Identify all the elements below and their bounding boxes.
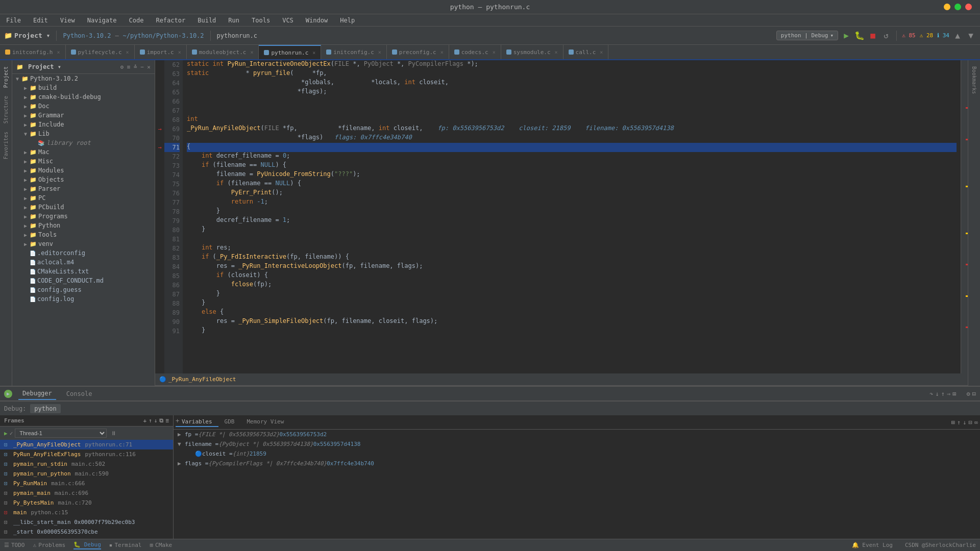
frame-item-6[interactable]: ⊡ Py_BytesMain main.c:720 <box>0 498 173 508</box>
menu-file[interactable]: File <box>4 16 23 25</box>
frames-copy-icon[interactable]: ⧉ <box>159 417 163 424</box>
tree-item-objects[interactable]: ▶ 📁 Objects <box>12 175 155 184</box>
tree-item-grammar[interactable]: ▶ 📁 Grammar <box>12 111 155 120</box>
arrow-down-button[interactable]: ▼ <box>966 31 976 41</box>
tree-item-editorconfig[interactable]: 📄 .editorconfig <box>12 248 155 258</box>
arrow-up-button[interactable]: ▲ <box>952 31 963 41</box>
thread-selector[interactable]: Thread-1 <box>15 429 107 438</box>
stop-button[interactable]: ■ <box>868 31 878 41</box>
frames-expand-icon[interactable]: ≡ <box>165 417 169 424</box>
debug-status[interactable]: 🐛 Debug <box>74 541 101 549</box>
console-tab[interactable]: Console <box>62 388 96 399</box>
tree-item-python[interactable]: ▶ 📁 Python <box>12 221 155 230</box>
menu-build[interactable]: Build <box>195 16 218 25</box>
tree-item-parser[interactable]: ▶ 📁 Parser <box>12 184 155 193</box>
tree-item-build[interactable]: ▶ 📁 build <box>12 83 155 92</box>
tree-item-tools[interactable]: ▶ 📁 Tools <box>12 230 155 239</box>
frames-add-icon[interactable]: + <box>143 417 147 424</box>
expand-fp-icon[interactable]: ▶ <box>178 431 185 438</box>
menu-code[interactable]: Code <box>127 16 146 25</box>
tab-gdb[interactable]: GDB <box>218 417 241 427</box>
frame-item-0[interactable]: ⊡ _PyRun_AnyFileObject pythonrun.c:71 <box>0 440 173 449</box>
menu-tools[interactable]: Tools <box>250 16 272 25</box>
tree-item-pc[interactable]: ▶ 📁 PC <box>12 193 155 203</box>
frame-item-4[interactable]: ⊡ Py_RunMain main.c:666 <box>0 479 173 488</box>
tree-item-venv[interactable]: ▶ 📁 venv <box>12 239 155 248</box>
tab-initconfig-h[interactable]: initconfig.h× <box>0 45 66 59</box>
menu-vcs[interactable]: VCS <box>280 16 296 25</box>
favorites-tab[interactable]: Favorites <box>2 128 10 163</box>
vars-down-icon[interactable]: ↓ <box>963 419 966 426</box>
project-tab[interactable]: Project <box>2 62 10 92</box>
tree-item-mac[interactable]: ▶ 📁 Mac <box>12 147 155 157</box>
cmake-status[interactable]: ⊞ CMake <box>150 542 172 548</box>
code-area[interactable]: → → 62 63 64 65 66 67 68 69 70 71 <box>155 60 968 373</box>
resume-button[interactable]: ▶ <box>4 390 12 398</box>
run-to-cursor-icon[interactable]: ⇒ <box>947 390 950 397</box>
debugger-tab[interactable]: Debugger <box>18 388 56 400</box>
structure-tab[interactable]: Structure <box>2 92 10 128</box>
tree-item-include[interactable]: ▶ 📁 Include <box>12 120 155 129</box>
tab-memory[interactable]: Memory View <box>240 417 290 427</box>
tab-import-c[interactable]: import.c× <box>135 45 187 59</box>
frame-item-2[interactable]: ⊡ pymain_run_stdin main.c:502 <box>0 459 173 469</box>
tab-initconfig-c[interactable]: initconfig.c× <box>321 45 387 59</box>
tree-item-conduct[interactable]: 📄 CODE_OF_CONDUCT.md <box>12 276 155 285</box>
expand-flags-icon[interactable]: ▶ <box>178 460 185 467</box>
tree-item-configguess[interactable]: 📄 config.guess <box>12 285 155 294</box>
terminal-status[interactable]: ▪ Terminal <box>109 542 142 548</box>
rerun-button[interactable]: ↺ <box>881 31 891 41</box>
tree-item-cmake[interactable]: ▶ 📁 cmake-build-debug <box>12 92 155 102</box>
tree-item-configlog[interactable]: 📄 config.log <box>12 294 155 304</box>
problems-status[interactable]: ⚠ Problems <box>33 542 66 548</box>
thread-pause-icon[interactable]: ⏸ <box>111 430 116 437</box>
vars-filter-icon[interactable]: ⊞ <box>951 419 955 426</box>
expand-filename-icon[interactable]: ▼ <box>178 441 185 447</box>
project-selector[interactable]: 📁 Project ▾ <box>4 32 50 39</box>
settings-icon[interactable]: ⚙ <box>967 390 970 397</box>
tab-preconfig-c[interactable]: preconfig.c× <box>387 45 449 59</box>
maximize-button[interactable] <box>954 4 961 10</box>
tab-pythonrun-c[interactable]: pythonrun.c× <box>259 45 321 59</box>
tree-item-cmakelists[interactable]: 📄 CMakeLists.txt <box>12 267 155 276</box>
tree-item-doc[interactable]: ▶ 📁 Doc <box>12 102 155 111</box>
step-into-icon[interactable]: ↓ <box>936 390 939 397</box>
code-content[interactable]: static int PyRun_InteractiveOneObjectEx(… <box>183 60 961 373</box>
tab-moduleobject-c[interactable]: moduleobject.c× <box>187 45 259 59</box>
frame-item-9[interactable]: ⊡ _start 0x0000556395370cbe <box>0 527 173 537</box>
menu-window[interactable]: Window <box>304 16 330 25</box>
run-button[interactable]: ▶ <box>841 31 851 41</box>
minimize-button[interactable] <box>944 4 950 10</box>
menu-help[interactable]: Help <box>338 16 357 25</box>
vars-infinity-icon[interactable]: ∞ <box>974 419 978 426</box>
frame-item-5[interactable]: ⊡ pymain_main main.c:696 <box>0 488 173 498</box>
menu-edit[interactable]: Edit <box>31 16 50 25</box>
tree-item-programs[interactable]: ▶ 📁 Programs <box>12 212 155 221</box>
todo-status[interactable]: ☰ TODO <box>4 542 25 548</box>
menu-navigate[interactable]: Navigate <box>85 16 119 25</box>
tab-call-c[interactable]: call.c× <box>564 45 609 59</box>
evaluate-icon[interactable]: ⊞ <box>952 390 956 397</box>
debug-button[interactable]: 🐛 <box>854 31 865 41</box>
tree-item-library-root[interactable]: 📚 library root <box>12 138 155 147</box>
tree-item-modules[interactable]: ▶ 📁 Modules <box>12 166 155 175</box>
step-out-icon[interactable]: ↑ <box>941 390 945 397</box>
debug-config-selector[interactable]: python | Debug ▾ <box>776 31 838 40</box>
frame-item-8[interactable]: ⊡ __libc_start_main 0x00007f79b29ec0b3 <box>0 517 173 527</box>
menu-view[interactable]: View <box>58 16 77 25</box>
layout-icon[interactable]: ⊟ <box>972 390 976 397</box>
tree-root[interactable]: ▼ 📁 Python-3.10.2 <box>12 74 155 83</box>
event-log-label[interactable]: 🔔 Event Log <box>852 542 893 548</box>
tree-item-pcbuild[interactable]: ▶ 📁 PCbuild <box>12 203 155 212</box>
tree-item-misc[interactable]: ▶ 📁 Misc <box>12 157 155 166</box>
frame-item-1[interactable]: ⊡ PyRun_AnyFileExFlags pythonrun.c:116 <box>0 449 173 459</box>
scroll-map[interactable] <box>961 60 968 373</box>
tree-item-aclocal[interactable]: 📄 aclocal.m4 <box>12 258 155 267</box>
tab-variables[interactable]: Variables <box>176 417 218 427</box>
step-over-icon[interactable]: ↷ <box>929 390 933 397</box>
vars-copy-icon[interactable]: ⊟ <box>969 419 972 426</box>
close-button[interactable] <box>965 4 972 10</box>
tab-pylifecycle-c[interactable]: pylifecycle.c× <box>66 45 135 59</box>
bookmarks-tab[interactable]: Bookmarks <box>970 62 978 98</box>
vars-up-icon[interactable]: ↑ <box>957 419 961 426</box>
